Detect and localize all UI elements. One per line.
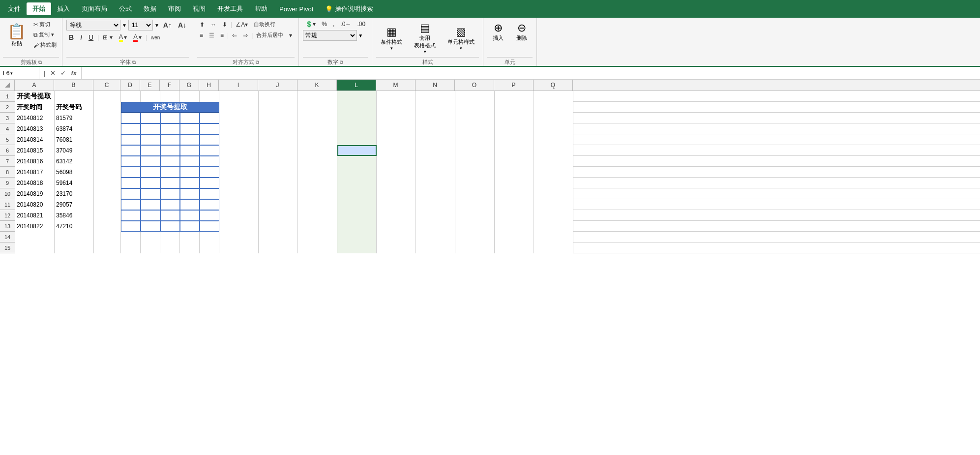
cell-J13[interactable] — [259, 221, 298, 232]
cell-I13[interactable] — [219, 221, 259, 232]
cell-D7[interactable] — [121, 156, 141, 167]
cell-M14[interactable] — [377, 232, 416, 243]
confirm-formula-icon[interactable]: ✓ — [59, 69, 67, 77]
row-num-3[interactable]: 3 — [0, 113, 15, 123]
cell-D14[interactable] — [121, 232, 141, 243]
cell-P5[interactable] — [495, 134, 534, 145]
col-header-D[interactable]: D — [120, 80, 140, 91]
cell-D8[interactable] — [121, 167, 141, 178]
cell-styles-button[interactable]: ▧ 单元格样式 ▾ — [443, 24, 479, 53]
cell-F12[interactable] — [160, 210, 180, 221]
cell-O2[interactable] — [455, 102, 495, 113]
cell-G15[interactable] — [180, 243, 200, 253]
cell-E11[interactable] — [141, 199, 160, 210]
cell-M7[interactable] — [377, 156, 416, 167]
cell-P14[interactable] — [495, 232, 534, 243]
cell-N9[interactable] — [416, 178, 455, 188]
number-format-select[interactable]: 常规 — [303, 30, 357, 41]
cell-G1[interactable] — [180, 91, 200, 102]
cell-O12[interactable] — [455, 210, 495, 221]
cell-H9[interactable] — [200, 178, 219, 188]
cell-H3[interactable] — [200, 113, 219, 123]
cell-H7[interactable] — [200, 156, 219, 167]
cell-B5[interactable]: 76081 — [55, 134, 94, 145]
cell-A7[interactable]: 20140816 — [15, 156, 55, 167]
underline-button[interactable]: U — [86, 32, 96, 42]
cell-I9[interactable] — [219, 178, 259, 188]
cell-M11[interactable] — [377, 199, 416, 210]
paste-button[interactable]: 📋 粘贴 — [3, 21, 30, 49]
cell-D11[interactable] — [121, 199, 141, 210]
cell-O7[interactable] — [455, 156, 495, 167]
col-header-J[interactable]: J — [258, 80, 297, 91]
col-header-O[interactable]: O — [455, 80, 494, 91]
col-header-M[interactable]: M — [376, 80, 416, 91]
cell-C15[interactable] — [94, 243, 121, 253]
align-center-button[interactable]: ☰ — [207, 31, 217, 40]
merge-dropdown-button[interactable]: ▾ — [287, 31, 295, 40]
cell-C10[interactable] — [94, 188, 121, 199]
cell-Q8[interactable] — [534, 167, 573, 178]
cell-E10[interactable] — [141, 188, 160, 199]
cell-P9[interactable] — [495, 178, 534, 188]
cell-C5[interactable] — [94, 134, 121, 145]
cell-K6[interactable] — [298, 145, 337, 156]
menu-data[interactable]: 数据 — [138, 2, 162, 15]
col-header-F[interactable]: F — [160, 80, 179, 91]
cell-J8[interactable] — [259, 167, 298, 178]
cell-C12[interactable] — [94, 210, 121, 221]
cell-L10[interactable] — [337, 188, 377, 199]
increase-font-button[interactable]: A↑ — [161, 20, 174, 30]
cell-J14[interactable] — [259, 232, 298, 243]
row-num-14[interactable]: 14 — [0, 232, 15, 243]
italic-button[interactable]: I — [78, 32, 85, 42]
cell-N1[interactable] — [416, 91, 455, 102]
cell-N4[interactable] — [416, 123, 455, 134]
cell-A9[interactable]: 20140818 — [15, 178, 55, 188]
cell-O9[interactable] — [455, 178, 495, 188]
cell-A13[interactable]: 20140822 — [15, 221, 55, 232]
cell-C9[interactable] — [94, 178, 121, 188]
cell-N15[interactable] — [416, 243, 455, 253]
cell-I3[interactable] — [219, 113, 259, 123]
cell-K5[interactable] — [298, 134, 337, 145]
cell-I15[interactable] — [219, 243, 259, 253]
cell-O13[interactable] — [455, 221, 495, 232]
cell-P11[interactable] — [495, 199, 534, 210]
cell-K3[interactable] — [298, 113, 337, 123]
table-format-button[interactable]: ▤ 套用 表格格式 ▾ — [410, 20, 440, 56]
cell-M13[interactable] — [377, 221, 416, 232]
insert-function-icon[interactable]: fx — [69, 69, 78, 77]
cell-G9[interactable] — [180, 178, 200, 188]
cell-F4[interactable] — [160, 123, 180, 134]
cell-K15[interactable] — [298, 243, 337, 253]
decrease-indent-button[interactable]: ⇐ — [230, 31, 239, 40]
cell-N3[interactable] — [416, 113, 455, 123]
cell-I14[interactable] — [219, 232, 259, 243]
cell-F8[interactable] — [160, 167, 180, 178]
cell-F15[interactable] — [160, 243, 180, 253]
decrease-font-button[interactable]: A↓ — [176, 20, 189, 30]
cell-L14[interactable] — [337, 232, 377, 243]
cell-A6[interactable]: 20140815 — [15, 145, 55, 156]
cell-Q12[interactable] — [534, 210, 573, 221]
row-num-13[interactable]: 13 — [0, 221, 15, 232]
col-header-Q[interactable]: Q — [534, 80, 573, 91]
cell-D12[interactable] — [121, 210, 141, 221]
cell-A5[interactable]: 20140814 — [15, 134, 55, 145]
align-left-button[interactable]: ≡ — [197, 31, 206, 40]
cell-B1[interactable] — [55, 91, 94, 102]
cell-K10[interactable] — [298, 188, 337, 199]
cell-N12[interactable] — [416, 210, 455, 221]
comma-button[interactable]: , — [330, 20, 337, 29]
cell-M5[interactable] — [377, 134, 416, 145]
cell-M12[interactable] — [377, 210, 416, 221]
row-num-6[interactable]: 6 — [0, 145, 15, 156]
cell-D5[interactable] — [121, 134, 141, 145]
cell-J11[interactable] — [259, 199, 298, 210]
cell-K11[interactable] — [298, 199, 337, 210]
cut-button[interactable]: ✂ 剪切 — [31, 20, 59, 29]
cell-A3[interactable]: 20140812 — [15, 113, 55, 123]
cell-J1[interactable] — [259, 91, 298, 102]
cell-M3[interactable] — [377, 113, 416, 123]
